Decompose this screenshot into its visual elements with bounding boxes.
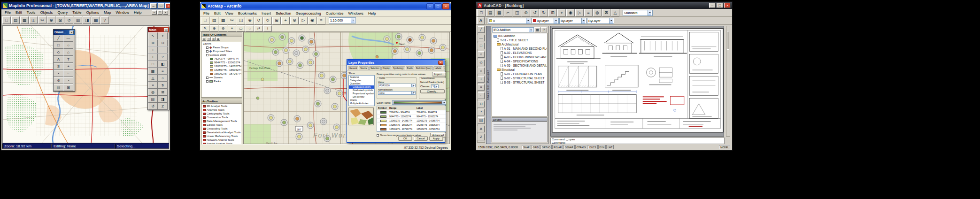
- sheet-row[interactable]: IRD Addition: [493, 34, 547, 38]
- zoom-status[interactable]: Zoom: 18.92 km: [2, 144, 52, 149]
- symbology-row[interactable]: 9844775 - 12065274 9844775 - 12065274: [377, 115, 446, 119]
- dialog-tab[interactable]: Selection: [369, 66, 381, 70]
- class-label[interactable]: 7624274 - 9844774: [417, 111, 446, 114]
- status-toggle-button[interactable]: GRID: [532, 145, 540, 149]
- draw-tool-button[interactable]: ⌂: [478, 68, 485, 74]
- main-toolbar-palette[interactable]: Main × ↖⌖⊕⊖+−i?□◧▦≡△○×$◍⊠▤◨↺Z: [147, 27, 170, 110]
- lineweight-combobox[interactable]: ByLayer: [587, 18, 614, 24]
- draw-tool-button[interactable]: ◔: [478, 109, 485, 115]
- selecting-status[interactable]: Selecting...: [115, 144, 169, 149]
- classes-combobox[interactable]: 5: [431, 84, 439, 88]
- nav-tool-button[interactable]: ◌: [246, 25, 254, 31]
- toc-view-button[interactable]: ▤: [202, 37, 206, 41]
- column-header[interactable]: Label: [417, 106, 423, 110]
- toolbar-button[interactable]: ↺: [255, 17, 263, 24]
- toolbar-button[interactable]: ◫: [237, 17, 245, 24]
- arcmap-titlebar[interactable]: ArcMap - ArcInfo – □ ×: [200, 2, 451, 10]
- toc-layer-row[interactable]: Proposed Sites: [202, 49, 241, 53]
- toolbox-item[interactable]: Geocoding Tools: [202, 127, 241, 130]
- main-tool-button[interactable]: ▤: [148, 96, 158, 103]
- mdi-close-button[interactable]: ×: [163, 10, 168, 15]
- close-icon[interactable]: ×: [438, 61, 443, 65]
- cancel-button[interactable]: Cancel: [414, 136, 428, 141]
- autocad-drawing-area[interactable]: [550, 26, 724, 137]
- toolbox-item[interactable]: Editing Tools: [202, 123, 241, 127]
- chevron-down-icon[interactable]: [442, 101, 445, 104]
- nav-tool-button[interactable]: ▭: [237, 25, 245, 31]
- menu-item[interactable]: Options: [84, 10, 101, 15]
- toolbar-button[interactable]: ◉: [308, 17, 316, 24]
- toolbar-button[interactable]: □: [2, 16, 11, 24]
- drawing-palette-titlebar[interactable]: Drawi... ×: [54, 30, 75, 35]
- layer-combobox[interactable]: 0: [488, 18, 531, 24]
- draw-tool-button[interactable]: ○: [478, 51, 485, 58]
- status-toggle-button[interactable]: OTRACK: [575, 145, 588, 149]
- sheet-row[interactable]: A-02 - ELEVATIONS: [493, 51, 547, 55]
- draw-tool-button[interactable]: ×: [478, 84, 485, 91]
- toolbox-item[interactable]: Data Management Tools: [202, 119, 241, 123]
- toolbar-button[interactable]: ⊕: [522, 9, 530, 16]
- status-toggle-button[interactable]: DUCS: [588, 145, 597, 149]
- dialog-tab[interactable]: Source: [359, 66, 369, 70]
- status-toggle-button[interactable]: POLAR: [552, 145, 563, 149]
- layer-checkbox[interactable]: [206, 46, 208, 49]
- toolbar-button[interactable]: ▷: [575, 9, 584, 16]
- show-list-item[interactable]: Proportional symbols: [349, 92, 374, 95]
- chevron-down-icon[interactable]: [351, 18, 355, 23]
- main-tool-button[interactable]: Z: [158, 103, 168, 110]
- toolbar-button[interactable]: ↻: [263, 17, 272, 24]
- drawing-tool-button[interactable]: +: [63, 63, 73, 70]
- sheet-row[interactable]: A-03 - DOORS WINDOWS AND FINISHES: [493, 55, 547, 59]
- draw-tool-button[interactable]: ⊙: [478, 101, 485, 107]
- toolbar-button[interactable]: ⌖: [557, 9, 566, 16]
- toc-layer-row[interactable]: 12065275 - 14285774: [202, 64, 241, 68]
- toc-view-button[interactable]: ▦: [216, 37, 220, 41]
- autocad-titlebar[interactable]: A AutoCAD - [Building] – □ ×: [476, 2, 732, 9]
- menu-item[interactable]: Bookmarks: [236, 11, 259, 15]
- show-list-item[interactable]: Graduated symbols: [349, 89, 374, 92]
- toolbar-button[interactable]: ▦: [495, 9, 503, 16]
- menu-item[interactable]: File: [201, 11, 212, 15]
- scrollbar-thumb[interactable]: [727, 31, 729, 50]
- chevron-down-icon[interactable]: [554, 18, 557, 23]
- draw-tool-button[interactable]: ≈: [478, 92, 485, 99]
- value-combobox[interactable]: POP2000: [378, 84, 416, 87]
- chevron-down-icon[interactable]: [411, 84, 414, 87]
- toolbar-button[interactable]: ?: [100, 16, 109, 24]
- color-ramp-combobox[interactable]: [392, 100, 446, 105]
- minimize-button[interactable]: –: [709, 3, 716, 8]
- dialog-tab[interactable]: Joins & Relates: [443, 66, 445, 70]
- class-color-swatch[interactable]: [380, 120, 386, 122]
- toolbar-button[interactable]: □: [201, 17, 209, 24]
- vertical-scrollbar[interactable]: [726, 26, 730, 137]
- toolbar-button[interactable]: ⊠: [56, 16, 64, 24]
- main-tool-button[interactable]: ×: [148, 82, 158, 89]
- menu-item[interactable]: Window: [114, 10, 131, 15]
- arctoolbox-header[interactable]: ArcToolbox: [201, 99, 242, 104]
- menu-item[interactable]: Windows: [346, 11, 365, 15]
- status-toggle-button[interactable]: DYN: [598, 145, 606, 149]
- nav-tool-button[interactable]: ⇄: [255, 25, 263, 31]
- draw-tool-button[interactable]: A: [478, 126, 485, 132]
- toolbar-button[interactable]: ◉: [566, 9, 575, 16]
- toolbar-button[interactable]: ◫: [513, 9, 521, 16]
- main-tool-button[interactable]: ↖: [148, 32, 158, 39]
- toolbar-button[interactable]: ▤: [11, 16, 20, 24]
- dialog-tab[interactable]: Definition Query: [415, 66, 433, 70]
- autocad-drawing-canvas[interactable]: [551, 26, 724, 137]
- main-tool-button[interactable]: ○: [158, 75, 168, 82]
- toolbar-button[interactable]: ◨: [83, 16, 91, 24]
- scale-combobox[interactable]: 1:10,000: [329, 17, 356, 23]
- toc-layer-row[interactable]: Streets: [202, 76, 241, 79]
- toolbar-button[interactable]: ⊠: [602, 9, 610, 16]
- drawing-tool-button[interactable]: ⌂: [63, 49, 73, 56]
- menu-item[interactable]: Objects: [38, 10, 55, 15]
- toolbox-item[interactable]: Conversion Tools: [202, 115, 241, 119]
- nav-tool-button[interactable]: ⌖: [228, 25, 236, 31]
- main-tool-button[interactable]: ▦: [148, 68, 158, 75]
- close-button[interactable]: ×: [724, 3, 731, 8]
- column-header[interactable]: Symbol: [377, 106, 389, 110]
- toc-layer-row[interactable]: Layers: [202, 42, 241, 46]
- main-tool-button[interactable]: ↺: [148, 103, 158, 110]
- drawing-tool-button[interactable]: ≈: [63, 70, 73, 77]
